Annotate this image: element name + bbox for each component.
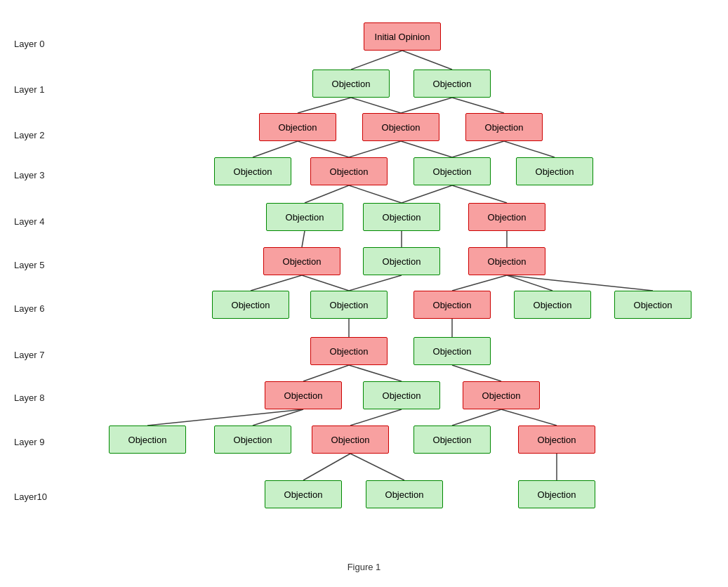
node-n4b[interactable]: Objection xyxy=(363,203,440,231)
node-n9e[interactable]: Objection xyxy=(518,426,595,454)
layer-label: Layer 4 xyxy=(14,216,44,227)
layer-label: Layer 1 xyxy=(14,84,44,95)
svg-line-2 xyxy=(298,98,351,113)
node-n6d[interactable]: Objection xyxy=(514,291,591,319)
svg-line-21 xyxy=(349,275,402,291)
node-n6e[interactable]: Objection xyxy=(614,291,691,319)
layer-label: Layer 3 xyxy=(14,170,44,180)
node-n7a[interactable]: Objection xyxy=(310,337,388,365)
svg-line-20 xyxy=(302,275,349,291)
node-n6a[interactable]: Objection xyxy=(212,291,289,319)
svg-line-32 xyxy=(350,409,402,426)
svg-line-8 xyxy=(349,141,401,157)
svg-line-29 xyxy=(452,365,501,381)
node-n4c[interactable]: Objection xyxy=(468,203,545,231)
node-n9c[interactable]: Objection xyxy=(312,426,389,454)
node-n2a[interactable]: Objection xyxy=(259,113,336,141)
svg-line-27 xyxy=(303,365,349,381)
svg-line-6 xyxy=(253,141,298,157)
node-n3c[interactable]: Objection xyxy=(413,157,491,185)
node-n2c[interactable]: Objection xyxy=(465,113,543,141)
svg-line-11 xyxy=(504,141,555,157)
node-n6b[interactable]: Objection xyxy=(310,291,388,319)
node-n9d[interactable]: Objection xyxy=(413,426,491,454)
layer-label: Layer 5 xyxy=(14,260,44,270)
svg-line-31 xyxy=(253,409,303,426)
node-n8a[interactable]: Objection xyxy=(265,381,342,409)
layer-label: Layer 6 xyxy=(14,303,44,314)
svg-line-7 xyxy=(298,141,349,157)
node-n3d[interactable]: Objection xyxy=(516,157,593,185)
node-n10a[interactable]: Objection xyxy=(265,480,342,508)
svg-line-12 xyxy=(305,185,349,203)
svg-line-14 xyxy=(402,185,452,203)
node-n3a[interactable]: Objection xyxy=(214,157,291,185)
svg-line-30 xyxy=(147,409,303,426)
node-n10b[interactable]: Objection xyxy=(366,480,443,508)
layer-label: Layer 9 xyxy=(14,437,44,447)
svg-line-5 xyxy=(452,98,504,113)
svg-line-34 xyxy=(501,409,557,426)
figure-label: Figure 1 xyxy=(0,562,728,572)
layer-label: Layer10 xyxy=(14,492,47,502)
svg-line-33 xyxy=(452,409,501,426)
svg-line-13 xyxy=(349,185,402,203)
svg-line-19 xyxy=(251,275,302,291)
node-n6c[interactable]: Objection xyxy=(413,291,491,319)
layer-label: Layer 0 xyxy=(14,39,44,49)
node-n8b[interactable]: Objection xyxy=(363,381,440,409)
svg-line-10 xyxy=(452,141,504,157)
svg-line-22 xyxy=(452,275,507,291)
svg-line-24 xyxy=(507,275,653,291)
svg-line-36 xyxy=(350,454,404,480)
node-n8c[interactable]: Objection xyxy=(463,381,540,409)
node-n5a[interactable]: Objection xyxy=(263,247,340,275)
node-n9a[interactable]: Objection xyxy=(109,426,186,454)
node-n3b[interactable]: Objection xyxy=(310,157,388,185)
node-n0[interactable]: Initial Opinion xyxy=(364,22,441,51)
node-n5b[interactable]: Objection xyxy=(363,247,440,275)
layer-label: Layer 7 xyxy=(14,350,44,360)
node-n4a[interactable]: Objection xyxy=(266,203,343,231)
svg-line-28 xyxy=(349,365,402,381)
svg-line-9 xyxy=(401,141,452,157)
svg-line-16 xyxy=(302,231,305,247)
node-n7b[interactable]: Objection xyxy=(413,337,491,365)
node-n9b[interactable]: Objection xyxy=(214,426,291,454)
node-n5c[interactable]: Objection xyxy=(468,247,545,275)
node-n1b[interactable]: Objection xyxy=(413,70,491,98)
svg-line-1 xyxy=(402,51,452,70)
node-n1a[interactable]: Objection xyxy=(312,70,390,98)
svg-line-23 xyxy=(507,275,552,291)
layer-label: Layer 2 xyxy=(14,130,44,140)
layer-label: Layer 8 xyxy=(14,393,44,403)
svg-line-0 xyxy=(351,51,402,70)
node-n10c[interactable]: Objection xyxy=(518,480,595,508)
diagram-container: Layer 0Layer 1Layer 2Layer 3Layer 4Layer… xyxy=(0,0,728,555)
svg-line-4 xyxy=(401,98,452,113)
svg-line-3 xyxy=(351,98,401,113)
svg-line-35 xyxy=(303,454,350,480)
node-n2b[interactable]: Objection xyxy=(362,113,439,141)
svg-line-15 xyxy=(452,185,507,203)
